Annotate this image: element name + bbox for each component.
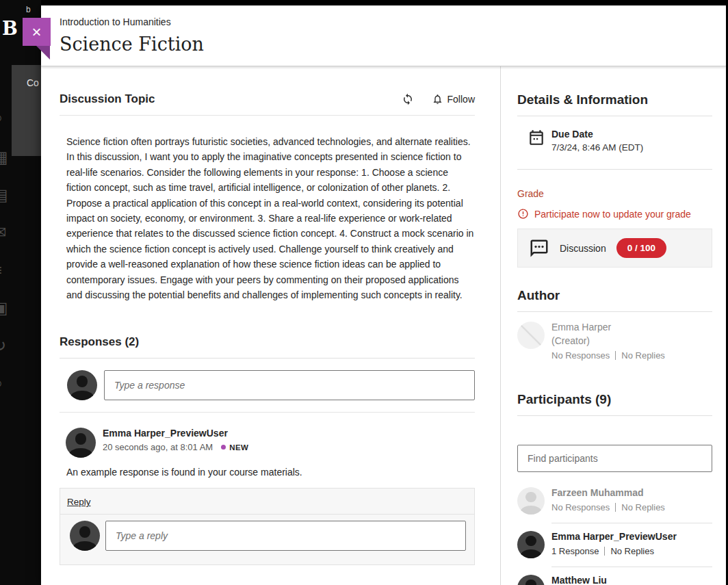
- details-sidebar: Details & Information Due Date 7/3/24, 8…: [500, 66, 726, 585]
- refresh-button[interactable]: [402, 93, 414, 105]
- author-avatar: [517, 322, 545, 349]
- meta-separator: [615, 351, 616, 360]
- response-body-text: An example response is found in your cou…: [66, 467, 475, 478]
- author-responses-count: No Responses: [551, 350, 610, 361]
- due-date-row: Due Date 7/3/24, 8:46 AM (EDT): [517, 129, 712, 170]
- new-indicator-dot: [221, 445, 226, 450]
- bell-icon: [432, 93, 443, 105]
- response-author-name: Emma Harper_PreviewUser: [103, 428, 248, 439]
- grade-summary-box: Discussion 0 / 100: [517, 229, 712, 268]
- response-author-avatar: [66, 428, 96, 458]
- sidebar-refresh-icon[interactable]: ↻: [0, 337, 6, 354]
- reply-user-avatar: [70, 521, 100, 551]
- page-title: Science Fiction: [60, 34, 726, 55]
- participant-avatar: [517, 531, 545, 558]
- sidebar-menu-icon[interactable]: ≡: [0, 262, 2, 278]
- panel-header: Introduction to Humanities Science Ficti…: [41, 5, 726, 66]
- meta-separator: [604, 547, 605, 556]
- current-user-avatar: [67, 370, 97, 400]
- close-button-fold: [36, 46, 50, 60]
- sidebar-doc-icon[interactable]: ▣: [0, 300, 8, 316]
- participant-responses-count: No Responses: [551, 502, 610, 512]
- participant-list: Farzeen Muhammad No Responses No Replies…: [517, 487, 712, 585]
- details-heading: Details & Information: [517, 92, 712, 116]
- author-role: (Creator): [551, 335, 665, 346]
- participant-avatar: [517, 487, 545, 515]
- discussion-topic-heading: Discussion Topic: [60, 92, 384, 106]
- grade-alert[interactable]: Participate now to update your grade: [517, 208, 712, 220]
- sidebar-globe-icon[interactable]: ○: [0, 109, 3, 126]
- sidebar-mail-icon[interactable]: ✉: [0, 224, 6, 241]
- reply-link[interactable]: Reply: [67, 497, 91, 507]
- app-sidebar: b B ○ ▦ ▤ ✉ ≡ ▣ ↻ ○ Co: [0, 0, 41, 585]
- grade-label: Grade: [517, 188, 712, 199]
- sidebar-text-fragment: b: [26, 5, 31, 14]
- app-logo: B: [2, 18, 18, 39]
- sidebar-circle-icon[interactable]: ○: [0, 375, 3, 391]
- participants-heading: Participants (9): [517, 392, 712, 416]
- participant-row[interactable]: Farzeen Muhammad No Responses No Replies: [517, 487, 712, 523]
- new-badge: NEW: [229, 443, 248, 452]
- participant-replies-count: No Replies: [610, 546, 654, 556]
- meta-separator: [615, 503, 616, 512]
- response-input[interactable]: [104, 370, 475, 400]
- reply-composer: [60, 515, 474, 564]
- grade-type-label: Discussion: [560, 243, 606, 254]
- calendar-icon: [528, 129, 545, 153]
- due-date-value: 7/3/24, 8:46 AM (EDT): [551, 142, 643, 153]
- response-timestamp: 20 seconds ago, at 8:01 AM: [103, 442, 213, 452]
- author-heading: Author: [517, 288, 712, 312]
- discussion-icon: [529, 238, 549, 259]
- grade-alert-text: Participate now to update your grade: [534, 209, 691, 220]
- reply-input[interactable]: [105, 521, 466, 551]
- participant-replies-count: No Replies: [621, 502, 665, 512]
- participant-avatar: [517, 575, 545, 585]
- sidebar-list-icon[interactable]: ▤: [0, 187, 8, 203]
- discussion-prompt-text: Science fiction often portrays futuristi…: [60, 134, 475, 302]
- discussion-panel: × Introduction to Humanities Science Fic…: [41, 5, 726, 585]
- follow-button[interactable]: Follow: [432, 93, 475, 105]
- author-row: Emma Harper (Creator) No Responses No Re…: [517, 322, 712, 361]
- reply-section: Reply: [60, 488, 475, 565]
- participant-name: Farzeen Muhammad: [551, 487, 712, 498]
- course-panel-fragment: Co: [12, 65, 41, 156]
- discussion-main-column: Discussion Topic Follow Science fiction …: [41, 66, 500, 585]
- grade-score-pill[interactable]: 0 / 100: [616, 238, 666, 258]
- follow-label: Follow: [447, 94, 475, 105]
- response-composer: [60, 370, 475, 413]
- author-name: Emma Harper: [551, 322, 665, 333]
- participant-row[interactable]: Matthew Liu 1 Response No Replies: [517, 575, 712, 585]
- participant-name: Emma Harper_PreviewUser: [551, 531, 712, 542]
- sidebar-grid-icon[interactable]: ▦: [0, 149, 8, 166]
- participant-responses-count: 1 Response: [551, 546, 599, 556]
- alert-icon: [517, 208, 529, 220]
- participant-name: Matthew Liu: [551, 575, 712, 585]
- participant-row[interactable]: Emma Harper_PreviewUser 1 Response No Re…: [517, 531, 712, 567]
- author-replies-count: No Replies: [621, 350, 665, 361]
- due-date-label: Due Date: [551, 129, 643, 140]
- breadcrumb-course-name: Introduction to Humanities: [60, 16, 726, 27]
- responses-heading: Responses (2): [60, 335, 475, 359]
- response-item: Emma Harper_PreviewUser 20 seconds ago, …: [60, 428, 475, 478]
- close-button[interactable]: ×: [23, 18, 51, 46]
- refresh-icon: [402, 93, 414, 105]
- find-participants-input[interactable]: [517, 445, 712, 472]
- course-panel-label: Co: [27, 77, 39, 88]
